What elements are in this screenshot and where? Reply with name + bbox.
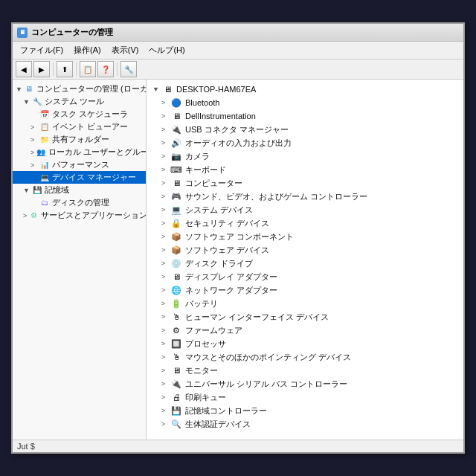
forward-button[interactable]: ▶ xyxy=(33,61,50,77)
sound-icon: 🎮 xyxy=(170,190,182,202)
bat-icon: 🔋 xyxy=(170,298,182,309)
right-processor[interactable]: > 🔲 プロセッサ xyxy=(147,337,463,350)
da-arrow: > xyxy=(161,273,169,280)
dell-arrow: > xyxy=(161,112,169,120)
usb-arrow: > xyxy=(161,126,169,133)
right-panel: ▼ 🖥 DESKTOP-HAM67EA > 🔵 Bluetooth > 🖥 De… xyxy=(147,80,463,440)
tree-device-manager[interactable]: 💻 デバイス マネージャー xyxy=(13,171,146,184)
right-sw-device[interactable]: > 📦 ソフトウェア デバイス xyxy=(147,243,463,257)
sec-icon: 🔒 xyxy=(170,217,182,229)
services-arrow: > xyxy=(23,212,27,219)
back-button[interactable]: ◀ xyxy=(16,61,32,77)
menu-action[interactable]: 操作(A) xyxy=(69,43,106,57)
tree-performance[interactable]: > 📊 パフォーマンス xyxy=(13,158,146,171)
dd-arrow: > xyxy=(161,260,169,267)
shared-icon: 📁 xyxy=(39,135,50,145)
window-title: コンピューターの管理 xyxy=(31,27,113,38)
sc-arrow: > xyxy=(161,407,169,414)
sound-arrow: > xyxy=(161,193,169,200)
toolbar-separator-2 xyxy=(76,62,77,76)
right-bluetooth[interactable]: > 🔵 Bluetooth xyxy=(147,96,463,109)
swc-arrow: > xyxy=(161,233,169,240)
dd-icon: 💿 xyxy=(170,257,182,269)
up-button[interactable]: ⬆ xyxy=(57,61,73,77)
sys-dev-icon: 💻 xyxy=(170,204,182,216)
hid-arrow: > xyxy=(161,313,169,321)
main-area: ▼ 🖥 コンピューターの管理 (ローカル) ▼ 🔧 システム ツール 📅 タスク… xyxy=(13,80,463,440)
right-firmware[interactable]: > ⚙ ファームウェア xyxy=(147,324,463,337)
system-tools-icon: 🔧 xyxy=(32,97,42,107)
right-computer[interactable]: > 🖥 コンピューター xyxy=(147,176,463,190)
left-panel: ▼ 🖥 コンピューターの管理 (ローカル) ▼ 🔧 システム ツール 📅 タスク… xyxy=(13,80,147,440)
title-bar: 🖥 コンピューターの管理 xyxy=(13,24,463,42)
status-bar: Jut $ xyxy=(13,440,463,452)
right-audio[interactable]: > 🔊 オーディオの入力および出力 xyxy=(147,136,463,149)
swd-icon: 📦 xyxy=(170,244,182,256)
hid-icon: 🖱 xyxy=(170,311,182,323)
na-icon: 🌐 xyxy=(170,284,182,296)
right-system-device[interactable]: > 💻 システム デバイス xyxy=(147,203,463,216)
right-header[interactable]: ▼ 🖥 DESKTOP-HAM67EA xyxy=(147,83,463,96)
bt-arrow: > xyxy=(161,99,169,106)
right-disk-drive[interactable]: > 💿 ディスク ドライブ xyxy=(147,257,463,270)
tree-services[interactable]: > ⚙ サービスとアプリケーション xyxy=(13,209,146,222)
right-security-device[interactable]: > 🔒 セキュリティ デバイス xyxy=(147,216,463,230)
menu-file[interactable]: ファイル(F) xyxy=(16,43,68,57)
right-mouse[interactable]: > 🖱 マウスとそのほかのポインティング デバイス xyxy=(147,350,463,364)
status-text: Jut $ xyxy=(17,442,35,451)
keyboard-icon: ⌨ xyxy=(170,164,182,176)
keyboard-arrow: > xyxy=(161,166,169,173)
tree-local-users[interactable]: > 👥 ローカル ユーザーとグループ xyxy=(13,146,146,158)
mouse-icon: 🖱 xyxy=(170,351,182,363)
right-battery[interactable]: > 🔋 バッテリ xyxy=(147,297,463,310)
right-sound[interactable]: > 🎮 サウンド、ビデオ、およびゲーム コントローラー xyxy=(147,190,463,203)
help-button[interactable]: ❓ xyxy=(97,61,114,77)
right-biometric[interactable]: > 🔍 生体認証デバイス xyxy=(147,417,463,431)
bat-arrow: > xyxy=(161,300,169,307)
perf-arrow: > xyxy=(30,161,38,169)
right-keyboard[interactable]: > ⌨ キーボード xyxy=(147,163,463,176)
proc-arrow: > xyxy=(161,340,169,347)
right-storage-controller[interactable]: > 💾 記憶域コントローラー xyxy=(147,404,463,417)
menu-view[interactable]: 表示(V) xyxy=(107,43,144,57)
right-usb[interactable]: > 🔌 USB コネクタ マネージャー xyxy=(147,123,463,136)
tree-storage[interactable]: ▼ 💾 記憶域 xyxy=(13,184,146,196)
users-icon: 👥 xyxy=(36,147,46,158)
right-print-queue[interactable]: > 🖨 印刷キュー xyxy=(147,390,463,404)
tree-event-viewer[interactable]: > 📋 イベント ビューアー xyxy=(13,120,146,133)
tree-disk-management[interactable]: 🗂 ディスクの管理 xyxy=(13,196,146,209)
users-arrow: > xyxy=(30,149,34,156)
tree-system-tools[interactable]: ▼ 🔧 システム ツール xyxy=(13,95,146,108)
audio-icon: 🔊 xyxy=(170,137,182,149)
menu-help[interactable]: ヘルプ(H) xyxy=(144,43,189,57)
right-monitor[interactable]: > 🖥 モニター xyxy=(147,364,463,377)
right-hid[interactable]: > 🖱 ヒューマン インターフェイス デバイス xyxy=(147,310,463,324)
root-arrow: ▼ xyxy=(16,86,22,93)
right-display-adapter[interactable]: > 🖥 ディスプレイ アダプター xyxy=(147,270,463,283)
tree-task-scheduler[interactable]: 📅 タスク スケジューラ xyxy=(13,108,146,120)
fw-arrow: > xyxy=(161,327,169,334)
event-arrow: > xyxy=(30,123,38,131)
task-icon: 📅 xyxy=(39,109,50,120)
sec-arrow: > xyxy=(161,219,169,227)
properties-button[interactable]: 📋 xyxy=(80,61,96,77)
pq-icon: 🖨 xyxy=(170,391,182,403)
tree-root[interactable]: ▼ 🖥 コンピューターの管理 (ローカル) xyxy=(13,83,146,95)
proc-icon: 🔲 xyxy=(170,338,182,350)
right-usb-controller[interactable]: > 🔌 ユニバーサル シリアル バス コントローラー xyxy=(147,377,463,390)
right-sw-component[interactable]: > 📦 ソフトウェア コンポーネント xyxy=(147,230,463,243)
right-network-adapter[interactable]: > 🌐 ネットワーク アダプター xyxy=(147,283,463,297)
root-icon: 🖥 xyxy=(24,84,34,94)
swd-arrow: > xyxy=(161,246,169,254)
usbc-icon: 🔌 xyxy=(170,378,182,390)
swc-icon: 📦 xyxy=(170,231,182,242)
right-camera[interactable]: > 📷 カメラ xyxy=(147,149,463,163)
right-dell[interactable]: > 🖥 DellInstrumentation xyxy=(147,109,463,123)
sc-icon: 💾 xyxy=(170,405,182,416)
toolbar-btn-extra[interactable]: 🔧 xyxy=(120,61,137,77)
disk-icon: 🗂 xyxy=(39,198,50,208)
toolbar: ◀ ▶ ⬆ 📋 ❓ 🔧 xyxy=(13,60,463,80)
tree-shared-folders[interactable]: > 📁 共有フォルダー xyxy=(13,133,146,146)
bluetooth-icon: 🔵 xyxy=(170,97,182,109)
shared-arrow: > xyxy=(30,136,38,144)
